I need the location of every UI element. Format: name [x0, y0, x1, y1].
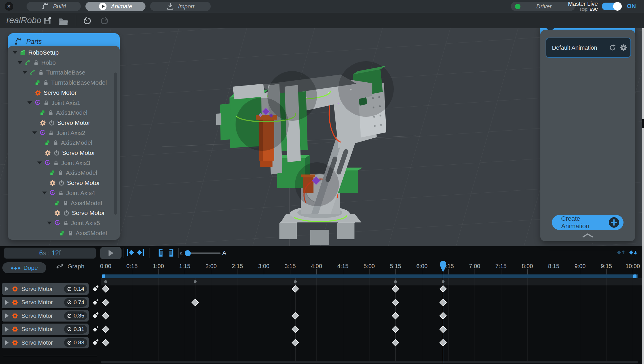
keyframe-diamond[interactable] — [392, 339, 399, 346]
tree-item-axis5model[interactable]: Axis5Model — [52, 228, 107, 238]
tree-item-axis2model[interactable]: Axis2Model — [37, 138, 92, 148]
expand-arrow[interactable] — [32, 131, 37, 135]
tree-item-joint-axis2[interactable]: Joint Axis2 — [32, 128, 85, 138]
parts-scrollbar[interactable] — [114, 73, 117, 215]
master-live-toggle[interactable] — [602, 3, 621, 10]
track-header[interactable]: Servo Motor0.31 — [2, 324, 89, 335]
track-value-badge[interactable]: 0.35 — [64, 311, 87, 320]
tree-item-joint-axis3[interactable]: Joint Axis3 — [37, 158, 90, 168]
keyframe-diamond[interactable] — [292, 312, 299, 319]
grid-line — [580, 278, 580, 361]
tree-item-servo-motor[interactable]: Servo Motor — [27, 88, 76, 98]
track-header[interactable]: Servo Motor0.74 — [2, 297, 89, 308]
track-header[interactable]: Servo Motor0.35 — [2, 310, 89, 322]
undo-icon[interactable] — [83, 17, 92, 27]
track-value-badge[interactable]: 0.31 — [64, 325, 87, 334]
expand-arrow[interactable] — [27, 101, 32, 105]
add-keyframe-icon[interactable] — [92, 285, 99, 293]
tree-item-axis1model[interactable]: Axis1Model — [32, 108, 87, 118]
expand-track-arrow[interactable] — [5, 300, 9, 305]
driver-button[interactable]: Driver — [511, 2, 575, 11]
viewport-scrollbar[interactable] — [642, 28, 644, 364]
expand-track-arrow[interactable] — [5, 287, 9, 291]
keyframe-diamond[interactable] — [292, 285, 299, 292]
tree-item-label: Joint Axis2 — [56, 129, 85, 136]
tree-item-label: Servo Motor — [57, 119, 90, 126]
expand-track-arrow[interactable] — [5, 340, 9, 345]
expand-arrow[interactable] — [37, 161, 42, 165]
keyframe-diamond[interactable] — [392, 326, 399, 333]
tree-item-servo-motor[interactable]: Servo Motor — [47, 208, 105, 218]
tree-item-axis3model[interactable]: Axis3Model — [42, 168, 97, 178]
playhead-line[interactable] — [443, 272, 443, 363]
tree-item-robo[interactable]: Robo — [18, 58, 56, 68]
track-value-badge[interactable]: 0.14 — [64, 285, 87, 293]
redo-icon[interactable] — [99, 17, 109, 27]
expand-track-arrow[interactable] — [5, 313, 9, 318]
summary-keyframe-dot[interactable] — [194, 280, 197, 283]
close-button[interactable]: ✕ — [5, 2, 13, 11]
tree-item-servo-motor[interactable]: Servo Motor — [42, 178, 100, 188]
keyframe-diamond[interactable] — [102, 312, 109, 319]
timeline-panel: 6s:12f a A ◆◆◆ Dope Graph 0:000:151:0 — [0, 246, 644, 364]
model-icon — [49, 170, 55, 176]
animation-item[interactable]: Default Animation — [546, 38, 631, 58]
expand-track-arrow[interactable] — [5, 327, 9, 332]
keyframe-diamond[interactable] — [392, 312, 399, 319]
expand-arrow[interactable] — [13, 50, 17, 55]
tree-item-axis4model[interactable]: Axis4Model — [47, 198, 102, 208]
keyframe-diamond[interactable] — [102, 339, 109, 346]
tree-item-joint-axis1[interactable]: Joint Axis1 — [27, 98, 80, 108]
tree-item-turntablebase[interactable]: TurntableBase — [23, 68, 85, 77]
keyframe-diamond[interactable] — [392, 285, 399, 292]
keyframe-diamond[interactable] — [292, 339, 299, 346]
tree-item-servo-motor[interactable]: Servo Motor — [37, 148, 95, 158]
robot-3d-model[interactable] — [162, 61, 416, 246]
tree-item-turntablebasemodel[interactable]: TurntableBaseModel — [27, 78, 107, 88]
summary-keyframe-dot[interactable] — [394, 280, 397, 283]
keyframe-diamond[interactable] — [392, 299, 399, 306]
summary-keyframe-dot[interactable] — [294, 280, 297, 283]
keyframe-diamond[interactable] — [292, 326, 299, 333]
expand-arrow[interactable] — [18, 60, 22, 65]
create-animation-button[interactable]: Create Animation — [552, 215, 624, 230]
tree-item-servo-motor[interactable]: Servo Motor — [32, 118, 90, 128]
open-folder-icon[interactable] — [58, 18, 68, 27]
collapse-chevron-icon[interactable] — [582, 233, 593, 239]
track-value-badge[interactable]: 0.74 — [64, 298, 87, 307]
tree-item-joint-axis4[interactable]: Joint Axis4 — [42, 188, 95, 198]
keyframe-diamond[interactable] — [102, 299, 109, 306]
tree-item-robosetup[interactable]: RoboSetup — [13, 48, 59, 57]
tree-item-label: Joint Axis3 — [61, 159, 90, 166]
track-value-badge[interactable]: 0.83 — [64, 338, 87, 347]
expand-arrow[interactable] — [23, 70, 27, 75]
ruler-tick — [185, 269, 185, 274]
grid-line — [606, 278, 607, 361]
add-keyframe-icon[interactable] — [92, 338, 99, 347]
dope-sheet[interactable]: 0:000:151:001:152:002:153:003:154:004:15… — [0, 246, 644, 364]
add-keyframe-icon[interactable] — [92, 311, 99, 320]
tab-import[interactable]: Import — [150, 2, 211, 11]
track-header[interactable]: Servo Motor0.14 — [2, 283, 89, 295]
power-icon[interactable] — [63, 210, 70, 216]
loop-icon[interactable] — [608, 44, 617, 52]
power-icon[interactable] — [53, 150, 60, 156]
add-keyframe-icon[interactable] — [92, 325, 99, 334]
track-header[interactable]: Servo Motor0.83 — [2, 337, 89, 348]
tree-item-joint-axis5[interactable]: Joint Axis5 — [47, 218, 100, 228]
gear-icon[interactable] — [619, 44, 628, 52]
tab-animate[interactable]: Animate — [85, 2, 145, 11]
summary-keyframe-dot[interactable] — [104, 280, 107, 283]
power-icon[interactable] — [58, 180, 65, 186]
playhead-handle[interactable] — [440, 261, 447, 273]
keyframe-diamond[interactable] — [102, 326, 109, 333]
expand-arrow[interactable] — [47, 221, 52, 225]
keyframe-column-line — [195, 278, 195, 361]
tab-build[interactable]: Build — [27, 2, 81, 11]
keyframe-diamond[interactable] — [102, 285, 109, 292]
save-icon[interactable] — [43, 17, 51, 26]
keyframe-diamond[interactable] — [192, 299, 199, 306]
expand-arrow[interactable] — [42, 191, 47, 195]
add-keyframe-icon[interactable] — [92, 298, 99, 307]
power-icon[interactable] — [48, 120, 55, 126]
